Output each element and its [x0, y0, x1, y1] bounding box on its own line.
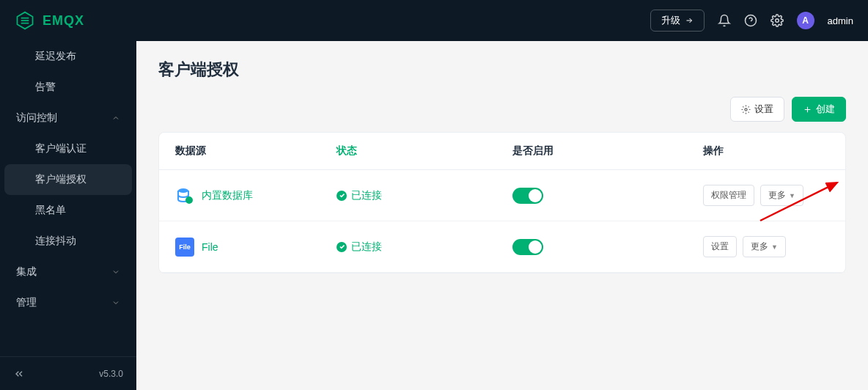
sidebar-footer: v5.3.0	[0, 356, 136, 390]
table-card: 数据源 状态 是否启用 操作 内置数据库	[158, 132, 846, 273]
caret-down-icon: ▼	[771, 243, 778, 251]
status-text: 已连接	[351, 189, 382, 202]
enable-toggle[interactable]	[512, 239, 543, 255]
source-name[interactable]: File	[202, 241, 218, 253]
svg-point-4	[178, 188, 188, 193]
sidebar-item-integration[interactable]: 集成	[0, 257, 136, 287]
chevron-up-icon	[111, 114, 120, 122]
sidebar-item-blacklist[interactable]: 黑名单	[0, 195, 136, 226]
create-button[interactable]: 创建	[792, 97, 846, 122]
username: admin	[828, 15, 853, 26]
sidebar-item-access-control[interactable]: 访问控制	[0, 103, 136, 133]
settings-button[interactable]: 设置	[730, 97, 784, 122]
sidebar-item-alarm[interactable]: 告警	[0, 72, 136, 103]
chevron-down-icon	[111, 268, 120, 276]
svg-point-5	[185, 196, 193, 204]
sidebar-menu: 延迟发布 告警 访问控制 客户端认证 客户端授权 黑名单 连接抖动 集成 管理	[0, 41, 136, 356]
collapse-icon[interactable]	[13, 368, 25, 380]
status-text: 已连接	[351, 240, 382, 254]
logo: EMQX	[15, 10, 84, 31]
th-status: 状态	[336, 144, 512, 158]
enable-toggle[interactable]	[512, 188, 543, 204]
file-icon: File	[175, 238, 194, 257]
more-button[interactable]: 更多 ▼	[743, 236, 786, 257]
source-name[interactable]: 内置数据库	[202, 189, 253, 202]
bell-icon[interactable]	[718, 14, 731, 27]
gear-icon[interactable]	[770, 14, 784, 27]
sidebar-item-management[interactable]: 管理	[0, 287, 136, 318]
caret-down-icon: ▼	[789, 192, 795, 199]
gear-icon	[741, 105, 751, 114]
svg-point-3	[745, 108, 747, 110]
chevron-down-icon	[111, 298, 120, 307]
th-ops: 操作	[688, 144, 829, 158]
svg-point-2	[775, 19, 779, 23]
sidebar-item-authn[interactable]: 客户端认证	[0, 133, 136, 164]
upgrade-button[interactable]: 升级	[650, 10, 705, 32]
brand-text: EMQX	[43, 13, 84, 29]
permission-mgmt-button[interactable]: 权限管理	[703, 185, 754, 206]
toolbar: 设置 创建	[158, 97, 846, 122]
table-header: 数据源 状态 是否启用 操作	[159, 133, 845, 170]
settings-row-button[interactable]: 设置	[703, 236, 737, 257]
help-icon[interactable]	[744, 14, 757, 27]
version-text: v5.3.0	[99, 369, 123, 379]
main-content: 客户端授权 设置 创建 数据源 状态 是否启用 操作	[136, 41, 868, 390]
sidebar: 延迟发布 告警 访问控制 客户端认证 客户端授权 黑名单 连接抖动 集成 管理	[0, 41, 136, 390]
sidebar-item-flapping[interactable]: 连接抖动	[0, 226, 136, 257]
th-enable: 是否启用	[512, 144, 688, 158]
header: EMQX 升级 A admin	[0, 0, 868, 41]
more-button[interactable]: 更多 ▼	[760, 185, 803, 206]
page-title: 客户端授权	[158, 59, 846, 81]
avatar[interactable]: A	[797, 12, 814, 29]
sidebar-item-delayed-publish[interactable]: 延迟发布	[0, 41, 136, 72]
th-source: 数据源	[175, 144, 336, 158]
database-icon	[175, 186, 194, 205]
logo-icon	[15, 10, 35, 31]
table-row: 内置数据库 已连接 权限管理 更多 ▼	[159, 170, 845, 221]
check-icon	[336, 191, 347, 201]
table-row: File File 已连接 设置 更多 ▼	[159, 221, 845, 273]
check-icon	[336, 242, 347, 252]
plus-icon	[803, 105, 812, 114]
arrow-right-icon	[685, 16, 694, 25]
sidebar-item-authz[interactable]: 客户端授权	[4, 164, 132, 195]
